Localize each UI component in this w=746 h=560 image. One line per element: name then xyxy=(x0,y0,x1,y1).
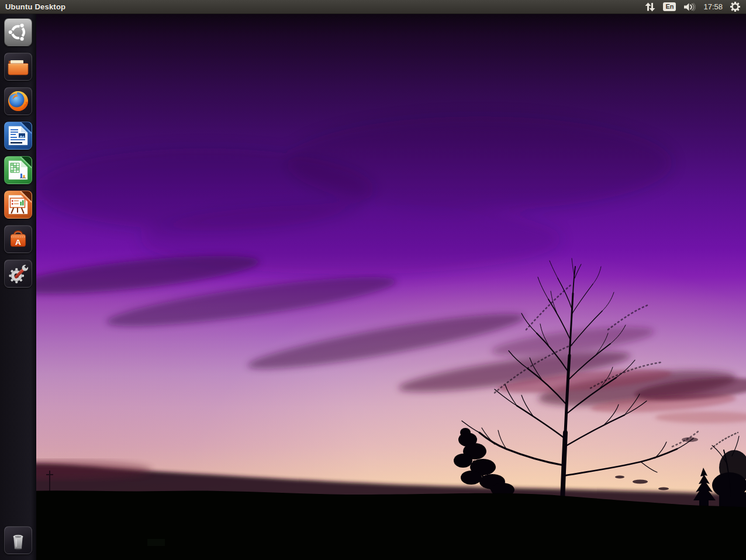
ubuntu-logo-icon xyxy=(8,22,29,43)
unity-launcher: A xyxy=(0,14,36,560)
launcher-item-firefox[interactable] xyxy=(4,87,32,115)
software-center-letter: A xyxy=(15,238,21,247)
indicator-area: En 17:58 xyxy=(645,2,746,12)
wallpaper-sunset-image xyxy=(0,14,746,560)
gear-wrench-icon xyxy=(6,261,30,286)
launcher-item-software-center[interactable]: A xyxy=(4,225,32,253)
network-indicator[interactable] xyxy=(645,2,655,12)
launcher-item-libreoffice-writer[interactable] xyxy=(4,122,32,150)
writer-document-icon xyxy=(5,122,32,149)
network-arrows-icon xyxy=(645,2,655,12)
launcher-item-dash-home[interactable] xyxy=(4,18,32,46)
launcher-item-libreoffice-calc[interactable] xyxy=(4,156,32,184)
session-gear-icon xyxy=(730,2,740,12)
calc-spreadsheet-icon xyxy=(5,157,32,184)
clock[interactable]: 17:58 xyxy=(703,2,723,11)
trash-can-icon xyxy=(6,528,30,552)
launcher-item-trash[interactable] xyxy=(4,526,32,554)
volume-icon xyxy=(683,2,696,12)
panel-title: Ubuntu Desktop xyxy=(0,2,65,11)
launcher-item-libreoffice-impress[interactable] xyxy=(4,191,32,219)
session-menu[interactable] xyxy=(730,2,740,12)
launcher-item-files[interactable] xyxy=(4,53,32,81)
folder-icon xyxy=(6,55,30,78)
impress-presentation-icon xyxy=(5,191,32,218)
top-panel: Ubuntu Desktop En 17:58 xyxy=(0,0,746,14)
launcher-item-system-settings[interactable] xyxy=(4,260,32,288)
firefox-icon xyxy=(6,89,30,113)
keyboard-layout-indicator[interactable]: En xyxy=(663,2,676,11)
software-bag-icon: A xyxy=(6,227,30,251)
volume-indicator[interactable] xyxy=(683,2,696,12)
